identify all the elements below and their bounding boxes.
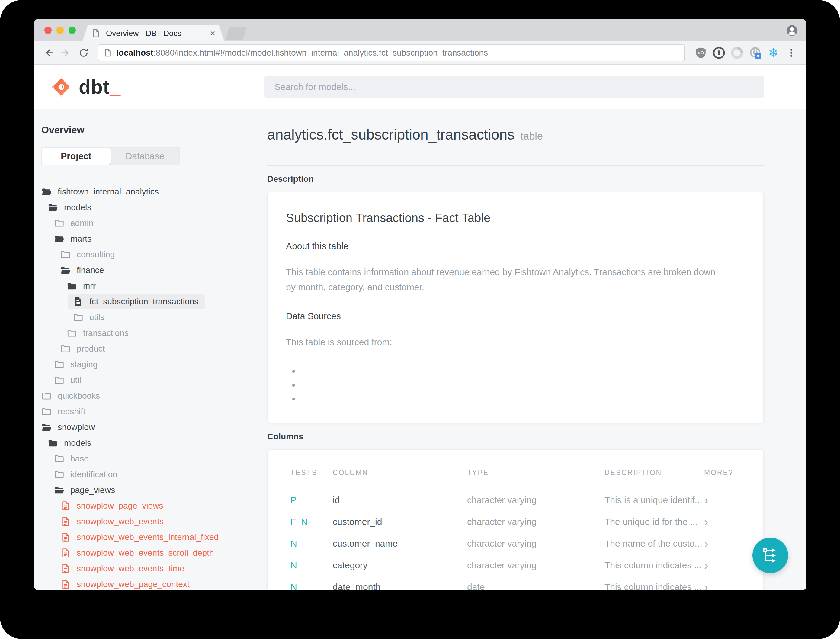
search-input[interactable]: [264, 76, 764, 98]
browser-tab[interactable]: Overview - DBT Docs ×: [83, 25, 224, 41]
tree-item[interactable]: redshift: [34, 404, 264, 420]
expand-chevron-icon[interactable]: ›: [704, 576, 745, 590]
tree-item-label: snowplow_page_views: [77, 501, 163, 511]
tree-item-icon: [54, 454, 64, 464]
tree-item-label: identification: [70, 470, 118, 479]
back-button[interactable]: [41, 45, 56, 61]
power-x-icon[interactable]: x: [747, 45, 763, 61]
tab-project[interactable]: Project: [42, 148, 111, 165]
tree-item-label: staging: [70, 360, 97, 369]
col-header-type: TYPE: [467, 469, 605, 481]
url-path: :8080/index.html#!/model/model.fishtown_…: [153, 48, 488, 57]
columns-section-heading: Columns: [267, 432, 764, 442]
tree-item-icon: [60, 532, 71, 542]
lineage-icon: [761, 546, 779, 564]
tree-item[interactable]: snowplow_web_events_internal_fixed: [34, 529, 264, 545]
address-bar[interactable]: localhost:8080/index.html#!/model/model.…: [97, 45, 685, 61]
column-type: character varying: [467, 511, 605, 533]
tree-item-icon: [73, 297, 83, 307]
snowflake-icon[interactable]: ❄: [765, 45, 781, 61]
tree-item[interactable]: consulting: [34, 247, 264, 262]
col-header-description: DESCRIPTION: [605, 469, 704, 481]
tree-item-icon: [60, 250, 71, 260]
tree-item-label: redshift: [58, 407, 86, 416]
tree-item[interactable]: product: [34, 341, 264, 357]
tree-item[interactable]: snowplow_page_views: [34, 498, 264, 514]
file-tree: fishtown_internal_analytics models: [34, 184, 264, 590]
tree-item-label: mrr: [83, 281, 96, 291]
tree-item[interactable]: admin: [34, 215, 264, 231]
column-description: This column indicates ...: [605, 576, 704, 590]
column-type: date: [467, 576, 605, 590]
new-tab-button[interactable]: [225, 27, 247, 40]
tree-item[interactable]: quickbooks: [34, 388, 264, 404]
tree-item-label: quickbooks: [58, 391, 100, 401]
url-text: localhost:8080/index.html#!/model/model.…: [116, 48, 488, 58]
ublock-icon[interactable]: uO: [693, 45, 709, 61]
expand-chevron-icon[interactable]: ›: [704, 489, 745, 511]
columns-table: TESTS COLUMN TYPE DESCRIPTION MORE? P id…: [291, 469, 745, 590]
tree-item[interactable]: snowplow_web_events_scroll_depth: [34, 545, 264, 561]
onepassword-icon[interactable]: [711, 45, 727, 61]
tree-item[interactable]: snowplow_web_page_context: [34, 577, 264, 590]
tree-item[interactable]: finance: [34, 262, 264, 278]
profile-avatar-icon[interactable]: [786, 24, 798, 38]
zoom-window-button[interactable]: [68, 27, 76, 34]
tree-item[interactable]: mrr: [34, 278, 264, 294]
forward-button[interactable]: [58, 45, 74, 61]
tree-item-icon: [60, 564, 71, 574]
browser-toolbar: localhost:8080/index.html#!/model/model.…: [34, 41, 806, 65]
reload-button[interactable]: [76, 45, 92, 61]
expand-chevron-icon[interactable]: ›: [704, 533, 745, 555]
tree-item[interactable]: snowplow_web_events: [34, 514, 264, 529]
tree-item-label: snowplow_web_events_internal_fixed: [77, 532, 219, 542]
column-description: This column indicates ...: [605, 555, 704, 576]
loop-icon[interactable]: [729, 45, 745, 61]
tab-database[interactable]: Database: [111, 148, 179, 165]
tree-item[interactable]: util: [34, 372, 264, 388]
sources-intro: This table is sourced from:: [286, 335, 727, 350]
tree-item-icon: [67, 281, 77, 291]
tree-item[interactable]: page_views: [34, 482, 264, 498]
page-title-row: analytics.fct_subscription_transactionst…: [267, 126, 764, 143]
menu-kebab-icon[interactable]: [783, 45, 800, 61]
tests-badges: N: [291, 533, 333, 555]
tab-close-icon[interactable]: ×: [210, 29, 215, 38]
tree-item[interactable]: models: [34, 435, 264, 451]
tree-item[interactable]: utils: [34, 310, 264, 325]
content-area: Overview Project Database fishtown_inter…: [34, 109, 806, 590]
resource-type-badge: table: [521, 130, 543, 141]
tree-item-label: utils: [89, 313, 105, 322]
tree-item[interactable]: snowplow: [34, 420, 264, 435]
column-type: character varying: [467, 555, 605, 576]
tree-item-icon: [48, 202, 58, 213]
column-name: customer_name: [333, 533, 467, 555]
dbt-logo-text: dbt_: [79, 76, 121, 98]
tree-item[interactable]: identification: [34, 467, 264, 482]
url-host: localhost: [116, 48, 153, 57]
expand-chevron-icon[interactable]: ›: [704, 511, 745, 533]
tree-item[interactable]: staging: [34, 357, 264, 372]
tree-item-icon: [41, 407, 52, 417]
tree-item[interactable]: fct_subscription_transactions: [34, 294, 264, 310]
about-text: This table contains information about re…: [286, 265, 727, 295]
tree-item-icon: [54, 485, 64, 495]
tree-item[interactable]: snowplow_web_events_time: [34, 561, 264, 577]
tree-item[interactable]: transactions: [34, 325, 264, 341]
tree-item-label: snowplow: [58, 423, 95, 432]
lineage-graph-fab[interactable]: [753, 537, 788, 573]
tree-item-icon: [60, 265, 71, 275]
page-title: analytics.fct_subscription_transactions: [267, 127, 514, 143]
tree-item[interactable]: marts: [34, 231, 264, 247]
expand-chevron-icon[interactable]: ›: [704, 555, 745, 576]
close-window-button[interactable]: [44, 27, 52, 34]
svg-text:x: x: [757, 54, 759, 58]
tests-badges: N: [291, 576, 333, 590]
tree-item[interactable]: fishtown_internal_analytics: [34, 184, 264, 200]
tree-item[interactable]: base: [34, 451, 264, 467]
minimize-window-button[interactable]: [56, 27, 64, 34]
tree-item-icon: [54, 234, 64, 244]
tree-item-label: finance: [77, 265, 104, 275]
dbt-logo[interactable]: dbt_: [34, 76, 264, 98]
tree-item[interactable]: models: [34, 200, 264, 215]
